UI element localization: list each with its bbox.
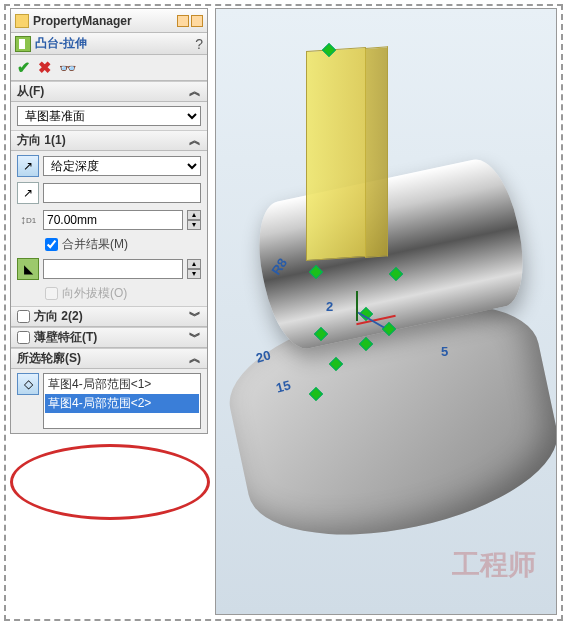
- cancel-button[interactable]: ✖: [38, 58, 51, 77]
- feature-name: 凸台-拉伸: [35, 35, 87, 52]
- reverse-direction-icon[interactable]: ↗: [17, 155, 39, 177]
- feature-help-icon[interactable]: ?: [195, 36, 203, 52]
- direction1-header[interactable]: 方向 1(1) ︽: [11, 131, 207, 151]
- direction2-label: 方向 2(2): [34, 308, 83, 325]
- thin-group: 薄壁特征(T) ︾: [11, 327, 207, 348]
- direction1-group: 方向 1(1) ︽ ↗ 给定深度 ↗ ↕D1 ▴ ▾: [11, 130, 207, 306]
- depth-spin-up[interactable]: ▴: [187, 210, 201, 220]
- depth-input[interactable]: [43, 210, 183, 230]
- draft-field[interactable]: [43, 259, 183, 279]
- pin-right-icon[interactable]: [191, 15, 203, 27]
- thin-label: 薄壁特征(T): [34, 329, 97, 346]
- from-header[interactable]: 从(F) ︽: [11, 82, 207, 102]
- 3d-viewport[interactable]: R8 20 15 5 2 工程师: [215, 8, 557, 615]
- direction2-checkbox[interactable]: [17, 310, 30, 323]
- contours-list[interactable]: 草图4-局部范围<1> 草图4-局部范围<2>: [43, 373, 201, 429]
- contour-icon[interactable]: ◇: [17, 373, 39, 395]
- direction2-header[interactable]: 方向 2(2) ︾: [11, 307, 207, 327]
- direction1-label: 方向 1(1): [17, 132, 66, 149]
- extrude-preview[interactable]: [306, 47, 366, 261]
- thin-header[interactable]: 薄壁特征(T) ︾: [11, 328, 207, 348]
- pin-left-icon[interactable]: [177, 15, 189, 27]
- draft-spin-down[interactable]: ▾: [187, 269, 201, 279]
- preview-button[interactable]: 👓: [59, 60, 76, 76]
- collapse-icon[interactable]: ︽: [189, 83, 201, 100]
- direction2-group: 方向 2(2) ︾: [11, 306, 207, 327]
- contours-label: 所选轮廓(S): [17, 350, 81, 367]
- action-bar: ✔ ✖ 👓: [11, 55, 207, 81]
- pm-title: PropertyManager: [33, 14, 177, 28]
- extrude-feature-icon: [15, 36, 31, 52]
- from-group: 从(F) ︽ 草图基准面: [11, 81, 207, 130]
- pm-icon: [15, 14, 29, 28]
- triad-y-icon[interactable]: [356, 291, 358, 321]
- collapse-icon[interactable]: ︽: [189, 350, 201, 367]
- dim-d[interactable]: 2: [326, 299, 333, 314]
- draft-outward-checkbox: [45, 287, 58, 300]
- merge-checkbox[interactable]: [45, 238, 58, 251]
- from-select[interactable]: 草图基准面: [17, 106, 201, 126]
- draft-spin-up[interactable]: ▴: [187, 259, 201, 269]
- draft-icon[interactable]: ◣: [17, 258, 39, 280]
- draft-outward-label: 向外拔模(O): [62, 285, 127, 302]
- contour-item-selected[interactable]: 草图4-局部范围<2>: [45, 394, 199, 413]
- dim-c[interactable]: 5: [441, 344, 448, 359]
- pm-header: PropertyManager: [11, 9, 207, 33]
- watermark: 工程师: [452, 546, 536, 584]
- feature-header: 凸台-拉伸 ?: [11, 33, 207, 55]
- collapse-icon[interactable]: ︽: [189, 132, 201, 149]
- direction-vector-icon[interactable]: ↗: [17, 182, 39, 204]
- depth-icon: ↕D1: [17, 209, 39, 231]
- expand-icon[interactable]: ︾: [189, 308, 201, 325]
- depth-spin-down[interactable]: ▾: [187, 220, 201, 230]
- thin-checkbox[interactable]: [17, 331, 30, 344]
- property-manager-panel: PropertyManager 凸台-拉伸 ? ✔ ✖ 👓 从(F) ︽ 草图基…: [10, 8, 208, 434]
- contours-header[interactable]: 所选轮廓(S) ︽: [11, 349, 207, 369]
- pm-pins: [177, 15, 203, 27]
- expand-icon[interactable]: ︾: [189, 329, 201, 346]
- contours-group: 所选轮廓(S) ︽ ◇ 草图4-局部范围<1> 草图4-局部范围<2>: [11, 348, 207, 433]
- ok-button[interactable]: ✔: [17, 58, 30, 77]
- end-condition-select[interactable]: 给定深度: [43, 156, 201, 176]
- merge-label: 合并结果(M): [62, 236, 128, 253]
- from-label: 从(F): [17, 83, 44, 100]
- contour-item[interactable]: 草图4-局部范围<1>: [45, 375, 199, 394]
- direction-vector-field[interactable]: [43, 183, 201, 203]
